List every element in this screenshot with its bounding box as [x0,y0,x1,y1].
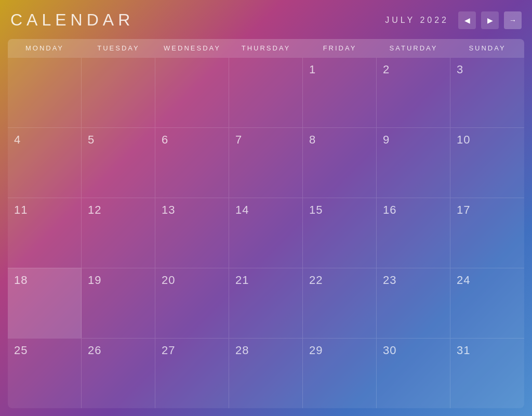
forward-icon: → [509,16,516,24]
header: CALENDAR JULY 2022 ◀ ▶ → [8,10,524,39]
date-number: 30 [383,344,396,357]
day-cell-23[interactable]: 23 [377,268,450,338]
date-number: 2 [383,63,390,76]
day-cell-13[interactable]: 13 [155,198,229,268]
date-number: 22 [309,274,323,287]
empty-cell [229,57,303,127]
empty-cell [82,57,155,127]
date-number: 10 [457,133,470,146]
day-cell-25[interactable]: 25 [8,338,82,408]
date-number: 26 [88,344,101,357]
date-number: 24 [457,274,470,287]
calendar-grid: 1234567891011121314151617181920212223242… [8,57,524,408]
day-cell-7[interactable]: 7 [229,127,303,198]
day-cell-2[interactable]: 2 [377,57,450,127]
date-number: 7 [235,133,242,146]
date-number: 13 [162,203,175,216]
date-number: 6 [162,133,168,146]
day-cell-10[interactable]: 10 [450,127,524,198]
app: CALENDAR JULY 2022 ◀ ▶ → MONDAYTUESDAYWE… [0,0,532,416]
app-title: CALENDAR [10,10,134,30]
prev-month-button[interactable]: ◀ [458,11,476,29]
day-cell-1[interactable]: 1 [303,57,377,127]
day-cell-6[interactable]: 6 [155,127,229,198]
day-header-sunday: SUNDAY [450,39,524,57]
day-header-saturday: SATURDAY [377,39,450,57]
day-header-friday: FRIDAY [303,39,377,57]
date-number: 19 [88,274,101,287]
date-number: 3 [457,63,463,76]
date-number: 25 [14,344,28,357]
day-cell-30[interactable]: 30 [377,338,450,408]
empty-cell [8,57,82,127]
date-number: 20 [162,274,175,287]
date-number: 1 [309,63,316,76]
date-number: 29 [309,344,323,357]
day-cell-31[interactable]: 31 [450,338,524,408]
day-cell-19[interactable]: 19 [82,268,155,338]
day-cell-3[interactable]: 3 [450,57,524,127]
date-number: 4 [14,133,21,146]
day-cell-15[interactable]: 15 [303,198,377,268]
calendar: MONDAYTUESDAYWEDNESDAYTHURSDAYFRIDAYSATU… [8,39,524,408]
day-cell-5[interactable]: 5 [82,127,155,198]
day-cell-4[interactable]: 4 [8,127,82,198]
date-number: 18 [14,274,28,287]
date-number: 23 [383,274,396,287]
day-header-thursday: THURSDAY [229,39,303,57]
day-cell-27[interactable]: 27 [155,338,229,408]
next-icon: ▶ [487,16,493,24]
date-number: 21 [235,274,249,287]
day-cell-16[interactable]: 16 [377,198,450,268]
day-cell-24[interactable]: 24 [450,268,524,338]
date-number: 16 [383,203,396,216]
day-cell-9[interactable]: 9 [377,127,450,198]
day-cell-28[interactable]: 28 [229,338,303,408]
date-number: 5 [88,133,95,146]
day-header-wednesday: WEDNESDAY [155,39,229,57]
forward-button[interactable]: → [504,11,522,29]
header-right: JULY 2022 ◀ ▶ → [385,11,522,29]
day-headers: MONDAYTUESDAYWEDNESDAYTHURSDAYFRIDAYSATU… [8,39,524,57]
date-number: 14 [235,203,249,216]
day-header-monday: MONDAY [8,39,82,57]
day-cell-26[interactable]: 26 [82,338,155,408]
date-number: 8 [309,133,316,146]
month-label: JULY 2022 [385,16,449,25]
day-cell-11[interactable]: 11 [8,198,82,268]
day-cell-20[interactable]: 20 [155,268,229,338]
date-number: 28 [235,344,249,357]
day-cell-29[interactable]: 29 [303,338,377,408]
date-number: 31 [457,344,470,357]
date-number: 11 [14,203,28,216]
day-cell-12[interactable]: 12 [82,198,155,268]
empty-cell [155,57,229,127]
next-month-button[interactable]: ▶ [481,11,499,29]
date-number: 12 [88,203,101,216]
date-number: 15 [309,203,323,216]
day-cell-18[interactable]: 18 [8,268,82,338]
date-number: 17 [457,203,470,216]
prev-icon: ◀ [464,16,470,24]
day-cell-17[interactable]: 17 [450,198,524,268]
day-header-tuesday: TUESDAY [82,39,155,57]
day-cell-21[interactable]: 21 [229,268,303,338]
day-cell-22[interactable]: 22 [303,268,377,338]
day-cell-14[interactable]: 14 [229,198,303,268]
day-cell-8[interactable]: 8 [303,127,377,198]
date-number: 9 [383,133,390,146]
date-number: 27 [162,344,175,357]
